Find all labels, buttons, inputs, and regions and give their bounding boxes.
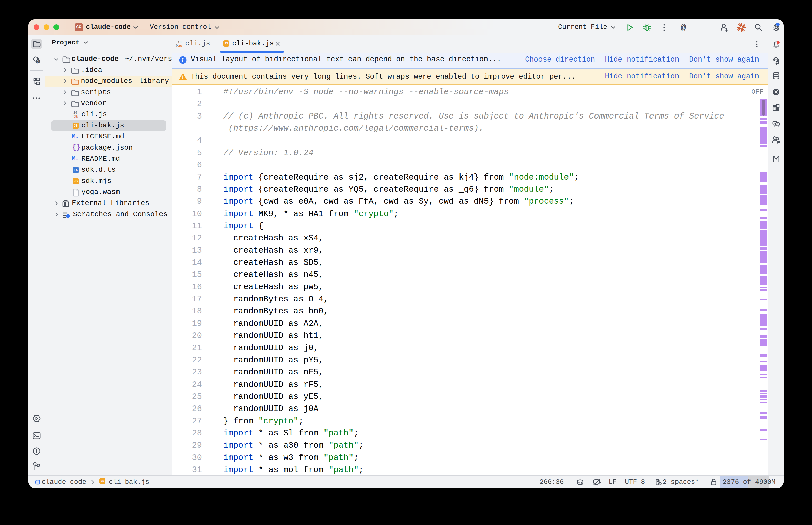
svg-text:O: O	[72, 115, 73, 118]
svg-text:O: O	[176, 44, 178, 48]
svg-text:10: 10	[73, 111, 77, 115]
svg-text:10: 10	[178, 40, 182, 44]
svg-text:JS: JS	[74, 115, 78, 119]
svg-text:JS: JS	[178, 44, 182, 48]
svg-text:?: ?	[37, 60, 39, 63]
